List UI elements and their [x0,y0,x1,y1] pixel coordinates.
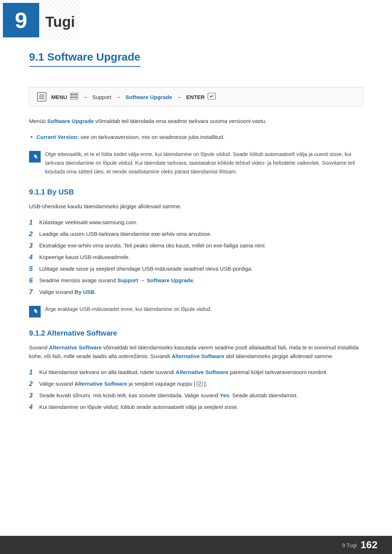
note-text-1: Olge ettevaatlik, et te ei lülita toidet… [45,150,363,176]
nav-arrow-2: → [116,94,121,100]
chapter-box: 9 [3,3,39,37]
note-box-usb: ✎ Ärge eraldage USB-mäluseadet enne, kui… [29,304,363,319]
note-icon-usb: ✎ [29,306,41,317]
svg-rect-9 [75,94,77,95]
nav-enter: ENTER [186,94,205,100]
footer-page-number: 162 [360,539,377,551]
alt-sw-highlight-2: Alternative Software [172,353,224,359]
section-9-1-1-title: 9.1.1 By USB [29,188,363,196]
alt-sw-step2-highlight: Alternative Software [74,381,127,387]
yes-highlight: Yes [220,392,229,398]
menu-box-icon [70,93,78,101]
note-text-usb: Ärge eraldage USB-mäluseadet enne, kui t… [45,305,212,314]
svg-rect-12 [75,97,77,98]
svg-rect-10 [71,97,73,98]
usb-step-3: 3 Ekstraktige exe-arhiiv oma arvutis. Te… [29,241,363,250]
page: 9 Tugi 9.1 Software Upgrade MENU [0,0,392,554]
footer: 9 Tugi 162 [0,536,392,554]
header-area: 9 Tugi [0,0,392,40]
svg-rect-7 [71,94,73,95]
section-9-1-1-intro: USB-ühenduse kaudu täiendamiseks järgige… [29,202,363,211]
usb-step-1: 1 Külastage veebisaiti www.samsung.com. [29,218,363,227]
chapter-title: Tugi [45,14,75,30]
main-content: 9.1 Software Upgrade MENU [0,40,392,440]
svg-rect-8 [73,94,75,95]
usb-step-2: 2 Laadige alla uusim USB-tarkvara täiend… [29,230,363,238]
note-icon-1: ✎ [29,151,41,163]
alt-sw-step1-highlight: Alternative Software [176,369,228,375]
alt-sw-step-2: 2 Valige suvand Alternative Software ja … [29,379,363,388]
enter-icon [208,93,216,101]
section-9-1-title-row: 9.1 Software Upgrade [29,51,363,77]
nav-arrow-3: → [176,94,182,100]
footer-section-label: 9 Tugi [342,542,357,548]
section-9-1-2-title: 9.1.2 Alternative Software [29,329,363,337]
alt-sw-step-1: 1 Kui täiendamise tarkvara on alla laadi… [29,368,363,377]
alt-sw-highlight-1: Alternative Software [49,344,102,350]
enter-symbol [195,381,204,387]
svg-rect-13 [208,93,215,99]
alt-sw-steps-list: 1 Kui täiendamise tarkvara on alla laadi… [29,368,363,411]
menu-icon [37,92,47,102]
highlight-software-upgrade-step6: Software Upgrade [147,277,193,283]
nav-support: Support [92,94,111,100]
note-box-1: ✎ Olge ettevaatlik, et te ei lülita toid… [29,149,363,178]
bullet-current-version: Current Version: see on tarkvaraversioon… [29,133,363,141]
usb-step-7: 7 Valige suvand By USB. [29,288,363,296]
section-9-1-intro: Menüü Software Upgrade võimaldab teil tä… [29,117,363,126]
highlight-support: Support [117,277,138,283]
section-9-1-title: 9.1 Software Upgrade [29,51,140,67]
chapter-number: 9 [15,7,27,33]
menu-nav-box: MENU → Support → Software Upgrade → ENTE… [29,87,363,107]
nav-software-upgrade: Software Upgrade [126,94,172,100]
alt-sw-step-4: 4 Kui täiendamine on lõpule viidud, lüli… [29,403,363,411]
usb-step-6: 6 Seadme menüüs avage suvand Support → S… [29,276,363,285]
current-version-label: Current Version: [36,134,79,140]
bullet-list: Current Version: see on tarkvaraversioon… [29,133,363,141]
section-9-1-2-intro: Suvand Alternative Software võimaldab te… [29,343,363,361]
highlight-by-usb: By USB [74,289,94,295]
menu-label: MENU [51,94,67,100]
usb-step-4: 4 Kopeerige kaust USB-mäluseadmele. [29,253,363,262]
nav-arrow-1: → [82,94,88,100]
svg-rect-11 [73,97,75,98]
usb-steps-list: 1 Külastage veebisaiti www.samsung.com. … [29,218,363,296]
alt-sw-step-3: 3 Seade kuvab sõnumi, mis küsib teilt, k… [29,391,363,400]
usb-step-5: 5 Lülitage seade sisse ja seejärel ühend… [29,264,363,273]
highlight-software-upgrade-intro: Software Upgrade [47,118,94,124]
